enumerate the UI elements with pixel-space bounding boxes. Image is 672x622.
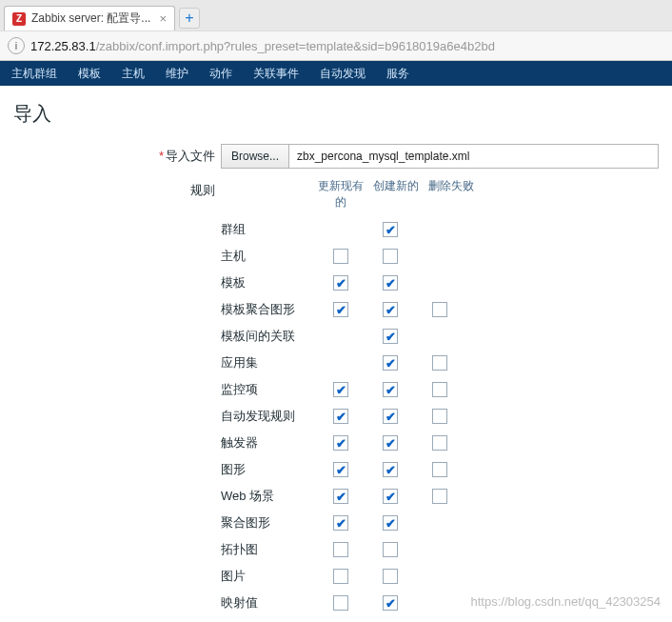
create-checkbox[interactable] [383, 355, 398, 371]
checkbox-cell [366, 489, 415, 504]
rules-row: 群组 [221, 216, 476, 243]
nav-item[interactable]: 服务 [386, 66, 409, 82]
update-checkbox[interactable] [333, 275, 348, 291]
checkbox-cell [316, 249, 366, 264]
rule-label: 群组 [221, 221, 316, 238]
update-checkbox[interactable] [333, 515, 348, 531]
create-checkbox[interactable] [383, 435, 398, 451]
nav-item[interactable]: 模板 [78, 66, 101, 82]
update-checkbox[interactable] [333, 569, 348, 584]
update-checkbox[interactable] [333, 595, 348, 611]
delete-checkbox[interactable] [432, 489, 447, 504]
rules-row: 拓扑图 [221, 536, 476, 563]
rules-row: 图片 [221, 563, 476, 590]
create-checkbox[interactable] [383, 249, 398, 264]
create-checkbox[interactable] [383, 382, 398, 397]
import-form: *导入文件 Browse... zbx_percona_mysql_templa… [11, 144, 661, 622]
checkbox-cell [415, 435, 464, 451]
checkbox-cell [366, 382, 415, 397]
create-checkbox[interactable] [383, 222, 398, 237]
create-checkbox[interactable] [383, 595, 398, 611]
create-checkbox[interactable] [383, 515, 398, 531]
create-checkbox[interactable] [383, 462, 398, 477]
checkbox-cell [415, 302, 464, 317]
delete-checkbox[interactable] [432, 435, 447, 451]
col-create: 创建新的 [371, 178, 421, 211]
rules-row: 应用集 [221, 350, 476, 376]
rules-label: 规则 [154, 178, 221, 199]
create-checkbox[interactable] [383, 569, 398, 584]
col-delete: 删除失败 [426, 178, 476, 211]
create-checkbox[interactable] [383, 542, 398, 557]
delete-checkbox[interactable] [432, 382, 447, 397]
browser-chrome: Z Zabbix server: 配置导... × + i 172.25.83.… [0, 0, 672, 61]
rules-row: 图形 [221, 456, 476, 483]
nav-item[interactable]: 动作 [209, 66, 232, 82]
checkbox-cell [316, 382, 366, 397]
checkbox-cell [316, 595, 366, 611]
checkbox-cell [366, 595, 415, 611]
rule-label: 映射值 [221, 594, 316, 612]
rule-label: 监控项 [221, 381, 316, 398]
update-checkbox[interactable] [333, 382, 348, 397]
nav-item[interactable]: 主机 [122, 66, 145, 82]
rule-label: 模板间的关联 [221, 328, 316, 345]
update-checkbox[interactable] [333, 302, 348, 317]
browse-button[interactable]: Browse... [222, 145, 289, 168]
file-label: *导入文件 [154, 144, 221, 165]
checkbox-cell [366, 275, 415, 291]
checkbox-cell [316, 302, 366, 317]
col-update: 更新现有的 [316, 178, 366, 211]
update-checkbox[interactable] [333, 435, 348, 451]
rule-label: 触发器 [221, 434, 316, 451]
delete-checkbox[interactable] [432, 409, 447, 424]
delete-checkbox[interactable] [432, 462, 447, 477]
checkbox-cell [366, 462, 415, 477]
delete-checkbox[interactable] [432, 355, 447, 371]
nav-item[interactable]: 自动发现 [320, 66, 366, 82]
checkbox-cell [366, 409, 415, 424]
nav-item[interactable]: 维护 [166, 66, 188, 82]
create-checkbox[interactable] [383, 489, 398, 504]
update-checkbox[interactable] [333, 409, 348, 424]
file-input[interactable]: Browse... zbx_percona_mysql_template.xml [221, 144, 659, 169]
rules-row: 映射值 [221, 590, 476, 616]
checkbox-cell [316, 462, 366, 477]
url-path: /zabbix/conf.import.php?rules_preset=tem… [96, 39, 495, 53]
rules-header: 更新现有的 创建新的 删除失败 [221, 178, 476, 211]
update-checkbox[interactable] [333, 249, 348, 264]
top-nav: 主机群组模板主机维护动作关联事件自动发现服务 [0, 61, 672, 86]
rules-table: 更新现有的 创建新的 删除失败 群组主机模板模板聚合图形模板间的关联应用集监控项… [221, 178, 476, 622]
rule-label: 聚合图形 [221, 514, 316, 532]
file-name: zbx_percona_mysql_template.xml [289, 145, 658, 168]
checkbox-cell [316, 542, 366, 557]
checkbox-cell [415, 382, 464, 397]
delete-checkbox[interactable] [432, 302, 447, 317]
new-tab-button[interactable]: + [179, 8, 200, 29]
rules-row: 主机 [221, 243, 476, 270]
close-icon[interactable]: × [159, 11, 167, 26]
info-icon[interactable]: i [8, 37, 25, 54]
checkbox-cell [316, 275, 366, 291]
checkbox-cell [366, 222, 415, 237]
nav-item[interactable]: 主机群组 [11, 66, 57, 82]
rules-row: 自动发现规则 [221, 403, 476, 430]
create-checkbox[interactable] [383, 329, 398, 344]
url-box[interactable]: 172.25.83.1/zabbix/conf.import.php?rules… [30, 39, 664, 53]
page-title: 导入 [13, 101, 661, 127]
update-checkbox[interactable] [333, 489, 348, 504]
rules-row: 模板间的关联 [221, 323, 476, 350]
create-checkbox[interactable] [383, 302, 398, 317]
checkbox-cell [316, 489, 366, 504]
checkbox-cell [366, 355, 415, 371]
rules-row: 规则 更新现有的 创建新的 删除失败 群组主机模板模板聚合图形模板间的关联应用集… [154, 178, 661, 622]
rule-label: 图形 [221, 461, 316, 478]
rule-label: 模板聚合图形 [221, 301, 316, 318]
update-checkbox[interactable] [333, 462, 348, 477]
nav-item[interactable]: 关联事件 [253, 66, 299, 82]
browser-tab[interactable]: Z Zabbix server: 配置导... × [4, 6, 175, 30]
update-checkbox[interactable] [333, 542, 348, 557]
create-checkbox[interactable] [383, 275, 398, 291]
rule-label: Web 场景 [221, 488, 316, 505]
create-checkbox[interactable] [383, 409, 398, 424]
